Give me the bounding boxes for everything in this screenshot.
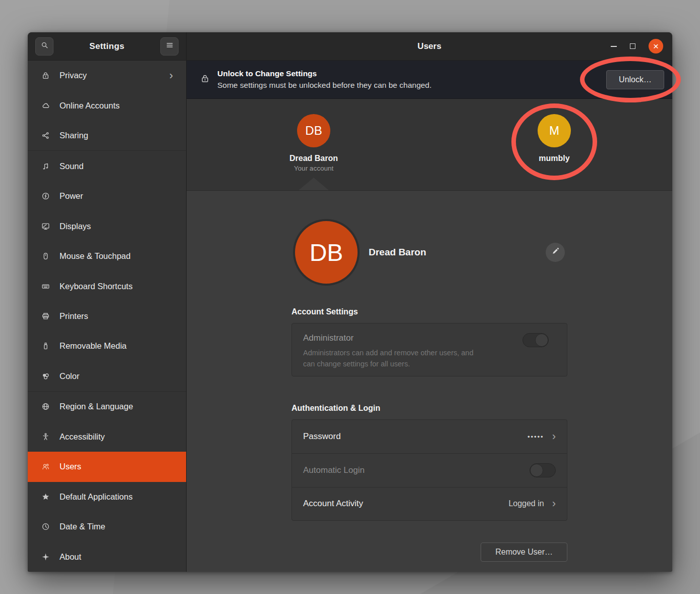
remove-user-button[interactable]: Remove User… <box>481 543 567 562</box>
users-icon <box>40 462 50 472</box>
password-value: ••••• <box>528 433 544 441</box>
hamburger-icon <box>165 41 174 51</box>
mouse-icon <box>40 251 50 261</box>
sidebar-item-label: Date & Time <box>60 522 105 531</box>
sidebar-item-label: About <box>60 552 81 562</box>
authentication-card: Password ••••• › Automatic Login <box>291 419 567 521</box>
user-name: Dread Baron <box>289 154 338 163</box>
music-note-icon <box>40 161 50 171</box>
chevron-right-icon: › <box>169 70 173 81</box>
carousel-user-mumbly[interactable]: M mumbly <box>514 114 595 163</box>
account-activity-label: Account Activity <box>303 499 363 509</box>
administrator-description: Administrators can add and remove other … <box>303 348 556 370</box>
menu-button[interactable] <box>160 37 179 56</box>
sidebar-item-label: Region & Language <box>60 402 133 411</box>
sidebar-item-online-accounts[interactable]: Online Accounts <box>28 90 186 120</box>
sidebar-item-mouse-touchpad[interactable]: Mouse & Touchpad <box>28 241 186 271</box>
sidebar-item-keyboard-shortcuts[interactable]: Keyboard Shortcuts <box>28 271 186 301</box>
sidebar-item-label: Accessibility <box>60 432 105 442</box>
user-details: DB Dread Baron Account Settings Administ… <box>187 191 672 572</box>
sidebar-item-date-time[interactable]: Date & Time <box>28 512 186 542</box>
sidebar-item-about[interactable]: About <box>28 542 186 572</box>
administrator-toggle[interactable] <box>522 333 549 347</box>
close-icon[interactable]: × <box>649 39 663 53</box>
star-icon <box>40 492 50 502</box>
section-heading-authentication-login: Authentication & Login <box>291 404 567 413</box>
globe-icon <box>40 402 50 412</box>
sidebar-title: Settings <box>53 41 160 51</box>
search-button[interactable] <box>35 37 53 56</box>
page-title: Users <box>187 41 672 51</box>
clock-icon <box>40 522 50 532</box>
sidebar-item-users[interactable]: Users <box>28 452 186 481</box>
password-label: Password <box>303 431 341 442</box>
printer-icon <box>40 311 50 321</box>
carousel-user-dread-baron[interactable]: DB Dread Baron Your account <box>273 114 354 172</box>
sidebar-item-label: Online Accounts <box>60 101 120 111</box>
search-icon <box>40 41 49 51</box>
toggle-knob <box>535 334 548 347</box>
profile-name: Dread Baron <box>369 247 426 258</box>
sidebar-header: Settings <box>28 32 186 61</box>
usb-drive-icon <box>40 341 50 351</box>
sidebar-item-displays[interactable]: Displays <box>28 211 186 241</box>
sidebar-item-privacy[interactable]: Privacy › <box>28 61 186 90</box>
sidebar-item-label: Privacy <box>60 71 87 80</box>
main-headerbar: Users × <box>187 32 672 61</box>
password-row[interactable]: Password ••••• › <box>292 420 567 453</box>
sidebar-item-accessibility[interactable]: Accessibility <box>28 422 186 452</box>
administrator-card: Administrator Administrators can add and… <box>291 323 567 376</box>
banner-text: Unlock to Change Settings Some settings … <box>217 68 432 91</box>
sidebar-item-region-language[interactable]: Region & Language <box>28 392 186 421</box>
banner-title: Unlock to Change Settings <box>217 68 432 79</box>
avatar[interactable]: DB <box>295 221 358 284</box>
sidebar-item-label: Users <box>60 462 81 471</box>
window-controls: × <box>611 39 672 53</box>
sidebar-item-sound[interactable]: Sound <box>28 151 186 181</box>
chevron-right-icon: › <box>552 431 556 442</box>
share-icon <box>40 131 50 141</box>
sidebar-item-printers[interactable]: Printers <box>28 301 186 331</box>
avatar: DB <box>297 114 330 147</box>
administrator-label: Administrator <box>303 333 556 343</box>
sidebar-list: Privacy › Online Accounts Sharing <box>28 61 186 572</box>
account-activity-row[interactable]: Account Activity Logged in › <box>292 487 567 520</box>
sidebar-item-label: Mouse & Touchpad <box>60 251 131 261</box>
settings-window: Settings Privacy › <box>28 32 672 572</box>
accessibility-icon <box>40 431 50 442</box>
sidebar: Settings Privacy › <box>28 32 187 572</box>
lock-icon <box>200 74 210 85</box>
maximize-icon[interactable] <box>630 43 635 49</box>
section-heading-account-settings: Account Settings <box>291 307 567 316</box>
sidebar-item-default-applications[interactable]: Default Applications <box>28 482 186 512</box>
automatic-login-toggle[interactable] <box>530 463 556 477</box>
avatar: M <box>538 114 571 147</box>
sidebar-item-label: Default Applications <box>60 492 133 502</box>
automatic-login-row: Automatic Login <box>292 453 567 487</box>
toggle-knob <box>530 464 543 477</box>
unlock-button[interactable]: Unlock… <box>606 70 664 89</box>
sidebar-item-label: Printers <box>60 311 88 321</box>
sidebar-item-color[interactable]: Color <box>28 361 186 391</box>
sidebar-item-label: Removable Media <box>60 341 127 351</box>
chevron-right-icon: › <box>552 498 556 509</box>
pen-icon <box>551 247 559 257</box>
sidebar-item-label: Displays <box>60 222 91 231</box>
user-subtitle: Your account <box>294 165 333 172</box>
sidebar-item-removable-media[interactable]: Removable Media <box>28 331 186 361</box>
sidebar-item-label: Power <box>60 191 83 201</box>
edit-name-button[interactable] <box>546 243 565 262</box>
cloud-icon <box>40 100 50 111</box>
color-circles-icon <box>40 371 50 381</box>
sidebar-item-power[interactable]: Power <box>28 181 186 211</box>
selected-user-pointer <box>299 178 329 190</box>
user-carousel: DB Dread Baron Your account M mumbly <box>187 99 672 191</box>
sidebar-item-sharing[interactable]: Sharing <box>28 121 186 150</box>
display-icon <box>40 221 50 231</box>
desktop: Settings Privacy › <box>0 0 700 594</box>
account-activity-value: Logged in <box>508 499 544 508</box>
minimize-icon[interactable] <box>611 46 617 47</box>
power-icon <box>40 191 50 201</box>
user-name: mumbly <box>539 154 569 163</box>
sidebar-item-label: Sharing <box>60 131 88 140</box>
